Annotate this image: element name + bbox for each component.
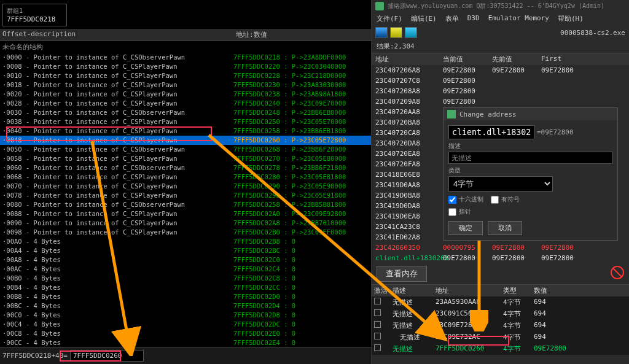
struct-table[interactable]: ·0000 - Pointer to instance of C_CSObser… — [0, 53, 371, 347]
save-icon[interactable] — [405, 27, 417, 38]
address-list-row[interactable]: 无描述23C09E732AC4字节694 — [372, 331, 629, 343]
toolbar: 00005838-cs2.exe — [372, 25, 629, 40]
group-box: 群组1 7FFF5DDC0218 — [2, 4, 67, 26]
signed-checkbox[interactable]: 有符号 — [491, 195, 520, 204]
col-offset-header[interactable]: Offset-description — [2, 30, 236, 39]
ok-button[interactable]: 确定 — [448, 221, 483, 235]
expr-prefix: 7FFF5DDC0218+48= — [2, 352, 68, 360]
cancel-button[interactable]: 取消 — [488, 221, 522, 235]
struct-row[interactable]: ·0050 - Pointer to instance of C_CSObser… — [0, 145, 371, 154]
struct-row[interactable]: ·0088 - Pointer to instance of C_CSPlaye… — [0, 209, 371, 219]
struct-row[interactable]: ·00B0 - 4 Bytes7FFF5DDC02C8 : 0 — [0, 274, 371, 283]
struct-row[interactable]: ·0038 - Pointer to instance of C_CSPlaye… — [0, 117, 371, 126]
struct-row[interactable]: ·00C0 - 4 Bytes7FFF5DDC02D8 : 0 — [0, 311, 371, 320]
struct-row[interactable]: ·0068 - Pointer to instance of C_CSPlaye… — [0, 172, 371, 182]
address-resolved: =09E72800 — [537, 128, 574, 136]
expression-bar: 7FFF5DDC0218+48= — [0, 347, 371, 364]
menu-item[interactable]: 帮助(H) — [558, 14, 584, 23]
hdr-addr2[interactable]: 地址 — [433, 286, 501, 295]
hdr-previous[interactable]: 先前值 — [488, 55, 537, 64]
address-list-table[interactable]: 激活 描述 地址 类型 数值 无描述23AA5930AA84字节694无描述23… — [372, 284, 629, 355]
expr-result-input[interactable] — [70, 350, 144, 362]
struct-row[interactable]: ·0028 - Pointer to instance of C_CSPlaye… — [0, 99, 371, 108]
struct-row[interactable]: ·0048 - Pointer to instance of C_CSPlaye… — [0, 136, 371, 145]
struct-row[interactable]: ·0070 - Pointer to instance of C_CSPlaye… — [0, 182, 371, 191]
app-icon — [375, 2, 384, 10]
hdr-type[interactable]: 类型 — [501, 286, 531, 295]
dialog-title: Change address — [459, 110, 517, 118]
address-list-row[interactable]: 无描述7FFF5DDC02604字节09E72800 — [372, 343, 629, 355]
struct-row[interactable]: ·0020 - Pointer to instance of C_CSPlaye… — [0, 90, 371, 99]
stop-icon[interactable] — [611, 266, 624, 279]
result-count: 结果:2,304 — [372, 40, 629, 53]
window-title: 捕络源www.youluoyuan.com Q群:307531422 -- 6'… — [388, 2, 604, 10]
struct-row[interactable]: ·0040 - Pointer to instance of C_CSPlaye… — [0, 126, 371, 136]
struct-row[interactable]: ·00AC - 4 Bytes7FFF5DDC02C4 : 0 — [0, 265, 371, 274]
open-process-icon[interactable] — [375, 27, 388, 38]
hdr-first[interactable]: First — [537, 55, 587, 64]
struct-row[interactable]: ·00B8 - 4 Bytes7FFF5DDC02D0 : 0 — [0, 292, 371, 301]
struct-row[interactable]: ·0098 - Pointer to instance of C_CSPlaye… — [0, 228, 371, 237]
menu-item[interactable]: D3D — [467, 14, 480, 23]
struct-dissect-panel: 群组1 7FFF5DDC0218 Offset-description 地址:数… — [0, 0, 372, 364]
menu-bar: 文件(F)编辑(E)表单D3DEmulator Memory帮助(H) — [372, 12, 629, 25]
view-memory-button[interactable]: 查看内存 — [377, 266, 427, 282]
col-addr-header[interactable]: 地址:数值 — [236, 30, 359, 39]
struct-row[interactable]: ·0000 - Pointer to instance of C_CSObser… — [0, 53, 371, 62]
struct-row[interactable]: ·00C8 - 4 Bytes7FFF5DDC02E0 : 0 — [0, 329, 371, 338]
address-list-row[interactable]: 无描述23C091C56C84字节694 — [372, 308, 629, 320]
struct-row[interactable]: ·0090 - Pointer to instance of C_CSPlaye… — [0, 219, 371, 228]
dialog-title-bar[interactable]: Change address — [443, 108, 617, 120]
process-name: 00005838-cs2.exe — [560, 29, 625, 37]
struct-row[interactable]: ·0078 - Pointer to instance of C_CSPlaye… — [0, 191, 371, 200]
struct-row[interactable]: ·00BC - 4 Bytes7FFF5DDC02D4 : 0 — [0, 301, 371, 311]
struct-row[interactable]: ·0018 - Pointer to instance of C_CSPlaye… — [0, 80, 371, 90]
address-list-row[interactable]: 无描述23C09E728444字节694 — [372, 320, 629, 331]
address-list-row[interactable]: 无描述23AA5930AA84字节694 — [372, 296, 629, 308]
struct-column-headers: Offset-description 地址:数值 — [0, 29, 371, 41]
hdr-desc[interactable]: 描述 — [390, 286, 433, 295]
address-input[interactable] — [448, 125, 534, 139]
struct-row[interactable]: ·00A4 - 4 Bytes7FFF5DDC02BC : 0 — [0, 246, 371, 255]
desc-input[interactable]: 无描述 — [448, 152, 612, 164]
pointer-checkbox[interactable]: 指针 — [448, 207, 471, 216]
scan-result-row[interactable]: 23C407209A809E72800 — [372, 96, 629, 107]
memory-view-row: 查看内存 — [372, 263, 629, 284]
menu-item[interactable]: 文件(F) — [377, 14, 402, 23]
scan-result-row[interactable]: 23C407207C809E72800 — [372, 76, 629, 86]
struct-row[interactable]: ·00B4 - 4 Bytes7FFF5DDC02CC : 0 — [0, 283, 371, 292]
group-value: 7FFF5DDC0218 — [7, 15, 63, 23]
hdr-active[interactable]: 激活 — [372, 286, 390, 295]
struct-row[interactable]: ·0008 - Pointer to instance of C_CSPlaye… — [0, 62, 371, 71]
open-file-icon[interactable] — [390, 27, 402, 38]
menu-item[interactable]: 表单 — [445, 14, 459, 23]
struct-row[interactable]: ·00CC - 4 Bytes7FFF5DDC02E4 : 0 — [0, 338, 371, 347]
hdr-current[interactable]: 当前值 — [439, 55, 488, 64]
dialog-icon — [447, 110, 456, 118]
change-address-dialog: Change address =09E72800 描述 无描述 类型 4字节 十… — [443, 107, 618, 241]
struct-row[interactable]: ·0010 - Pointer to instance of C_CSPlaye… — [0, 71, 371, 80]
struct-row[interactable]: ·0060 - Pointer to instance of C_CSObser… — [0, 163, 371, 172]
struct-row[interactable]: ·0080 - Pointer to instance of C_CSObser… — [0, 200, 371, 209]
struct-row[interactable]: ·00C4 - 4 Bytes7FFF5DDC02DC : 0 — [0, 320, 371, 329]
type-select[interactable]: 4字节 — [448, 176, 553, 192]
struct-row[interactable]: ·0058 - Pointer to instance of C_CSPlaye… — [0, 154, 371, 163]
hdr-addr[interactable]: 地址 — [372, 55, 439, 64]
scan-result-row[interactable]: 23C420603500000079509E7280009E72800 — [372, 242, 629, 253]
scan-result-row[interactable]: 23C407208A809E72800 — [372, 86, 629, 96]
struct-row[interactable]: ·00A8 - 4 Bytes7FFF5DDC02C0 : 0 — [0, 255, 371, 265]
type-label: 类型 — [448, 166, 612, 175]
struct-row[interactable]: ·0030 - Pointer to instance of C_CSObser… — [0, 108, 371, 117]
hex-checkbox[interactable]: 十六进制 — [448, 195, 483, 204]
scan-result-row[interactable]: client.dll+183026009E7280009E7280009E728… — [372, 253, 629, 263]
desc-label: 描述 — [448, 142, 612, 150]
group-label: 群组1 — [7, 7, 63, 15]
scan-result-row[interactable]: 23C407206A809E7280009E7280009E72800 — [372, 65, 629, 76]
menu-item[interactable]: 编辑(E) — [411, 14, 437, 23]
hdr-value[interactable]: 数值 — [531, 286, 587, 295]
title-bar: 捕络源www.youluoyuan.com Q群:307531422 -- 6'… — [372, 0, 629, 12]
menu-item[interactable]: Emulator Memory — [488, 14, 549, 23]
struct-row[interactable]: ·00A0 - 4 Bytes7FFF5DDC02B8 : 0 — [0, 237, 371, 246]
struct-name: 未命名的结构 — [0, 41, 371, 53]
